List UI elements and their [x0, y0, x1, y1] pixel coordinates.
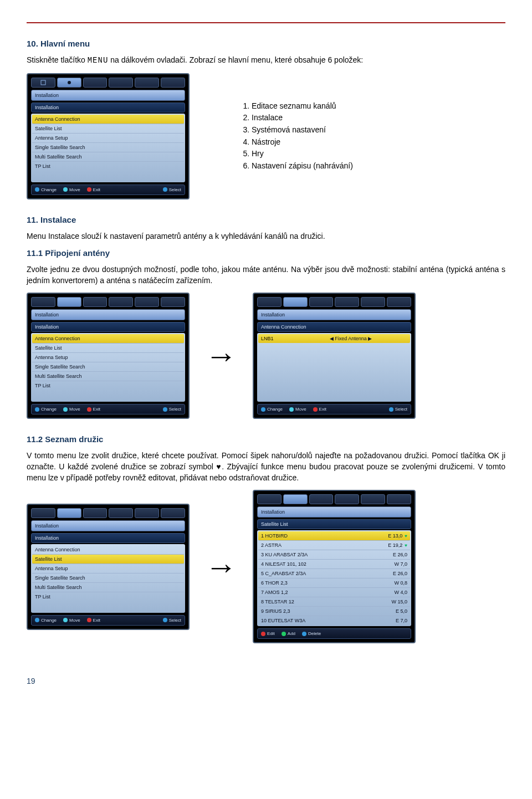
- list-item: Nastavení zápisu (nahrávání): [252, 160, 353, 172]
- tab-icon: [335, 494, 359, 504]
- top-rule: [27, 22, 505, 23]
- screenshot-antenna-connection: Installation Antenna Connection LNB1 ◀ F…: [253, 293, 416, 419]
- tab-icon: [57, 78, 81, 88]
- tv-section-label: Satellite List: [257, 519, 411, 529]
- tab-icon: [283, 297, 308, 307]
- heading-11: 11. Instalace: [27, 215, 505, 224]
- tv-item: Multi Satellite Search: [32, 152, 184, 162]
- list-item: Hry: [252, 148, 353, 160]
- tv-item: TP List: [32, 162, 184, 171]
- sat-row: 9 SIRIUS 2,3E 5,0: [258, 607, 410, 616]
- heading-11-1: 11.1 Připojení antény: [27, 248, 505, 258]
- sat-row: 10 EUTELSAT W3AE 7,0: [258, 616, 410, 625]
- tab-icon: [387, 494, 411, 504]
- tab-icon: [83, 508, 108, 518]
- sat-row: 3 KU ARABSAT 2/3AE 26,0: [258, 550, 410, 560]
- tv-item: Antenna Connection: [32, 545, 184, 555]
- tv-footer: Change Move Exit Select: [31, 185, 185, 195]
- list-item: Nástroje: [252, 136, 353, 148]
- tab-icon: [83, 297, 108, 307]
- screenshot-installation-menu: Installation Installation Antenna Connec…: [27, 73, 190, 199]
- sat-row: 2 ASTRAE 19,2♥: [258, 541, 410, 550]
- lnb-row: LNB1 ◀ Fixed Antenna ▶: [258, 334, 410, 343]
- sat-row: 1 HOTBIRDE 13,0♥: [258, 531, 410, 541]
- screenshot-satellite-list: Installation Satellite List 1 HOTBIRDE 1…: [253, 490, 416, 643]
- tv-item: Single Satellite Search: [32, 573, 184, 583]
- row-screenshot1-list: Installation Installation Antenna Connec…: [27, 73, 505, 199]
- tv-breadcrumb: Installation: [31, 90, 185, 101]
- sat-row: 8 TELSTAR 12W 15,0: [258, 597, 410, 607]
- tab-icon: [109, 297, 133, 307]
- lnb-label: LNB1: [261, 336, 294, 341]
- tab-icon: [283, 494, 308, 504]
- tab-icon: [109, 78, 133, 88]
- tv-item: TP List: [32, 592, 184, 601]
- main-menu-list: Editace seznamu kanálů Instalace Systémo…: [236, 100, 353, 172]
- tab-icon: [31, 78, 55, 88]
- heading-11-2: 11.2 Seznam družic: [27, 434, 505, 444]
- tv-item: Antenna Setup: [32, 564, 184, 573]
- tv-item: Multi Satellite Search: [32, 583, 184, 592]
- tab-icon: [361, 494, 385, 504]
- lnb-value: ◀ Fixed Antenna ▶: [294, 336, 407, 341]
- tab-icon: [161, 297, 185, 307]
- tv-item: Antenna Connection: [32, 115, 184, 124]
- tv-section-label: Antenna Connection: [257, 322, 411, 332]
- screenshot-installation-menu-2: Installation Installation Antenna Connec…: [27, 293, 190, 419]
- screenshot-installation-menu-3: Installation Installation Antenna Connec…: [27, 504, 190, 630]
- tv-footer: Change Move Exit Select: [257, 404, 411, 414]
- tv-item: Single Satellite Search: [32, 362, 184, 372]
- tv-breadcrumb: Installation: [257, 309, 411, 320]
- tab-icon: [161, 78, 185, 88]
- tv-item: Multi Satellite Search: [32, 372, 184, 381]
- tab-icon: [309, 297, 334, 307]
- tv-footer: Change Move Exit Select: [31, 404, 185, 414]
- section11-text: Menu Instalace slouží k nastavení parame…: [27, 231, 505, 242]
- tv-breadcrumb: Installation: [31, 520, 185, 531]
- tv-item: Antenna Setup: [32, 353, 184, 362]
- tv-footer: Edit Add Delete: [257, 628, 411, 639]
- intro-b: na dálkovém ovladači. Zobrazí se hlavní …: [108, 55, 363, 64]
- svg-rect-0: [41, 80, 45, 85]
- tv-breadcrumb: Installation: [257, 506, 411, 518]
- tab-icon: [335, 297, 359, 307]
- row-11-2: Installation Installation Antenna Connec…: [27, 490, 505, 643]
- intro-a: Stiskněte tlačítko: [27, 55, 88, 64]
- menu-key: MENU: [88, 56, 109, 65]
- tv-item: Satellite List: [32, 344, 184, 353]
- tab-icon: [135, 297, 159, 307]
- svg-point-1: [68, 81, 71, 84]
- list-item: Instalace: [252, 112, 353, 124]
- tv-item: Single Satellite Search: [32, 143, 184, 152]
- tab-icon: [257, 297, 282, 307]
- row-11-1: Installation Installation Antenna Connec…: [27, 293, 505, 419]
- sat-row: 5 C_ARABSAT 2/3AE 26,0: [258, 569, 410, 578]
- page-number: 19: [27, 677, 505, 685]
- arrow-icon: →: [205, 340, 237, 372]
- tv-item: Satellite List: [32, 555, 184, 564]
- list-item: Editace seznamu kanálů: [252, 100, 353, 112]
- tab-icon: [57, 297, 81, 307]
- tab-icon: [31, 508, 55, 518]
- tab-icon: [109, 508, 133, 518]
- sat-row: 6 THOR 2,3W 0,8: [258, 578, 410, 588]
- tv-item: Antenna Setup: [32, 134, 184, 143]
- tv-section-label: Installation: [31, 322, 185, 332]
- tv-breadcrumb: Installation: [31, 309, 185, 320]
- sat-row: 4 NILESAT 101, 102W 7,0: [258, 560, 410, 569]
- list-item: Systémová nastavení: [252, 124, 353, 136]
- tv-item: TP List: [32, 381, 184, 390]
- tab-icon: [161, 508, 185, 518]
- tab-icon: [387, 297, 411, 307]
- tab-icon: [361, 297, 385, 307]
- sat-row: 7 AMOS 1,2W 4,0: [258, 588, 410, 597]
- tab-icon: [135, 508, 159, 518]
- tab-icon: [135, 78, 159, 88]
- tab-icon: [57, 508, 81, 518]
- tv-footer: Change Move Exit Select: [31, 615, 185, 626]
- section11-1-text: Zvolte jednu ze dvou dostupných možností…: [27, 264, 505, 286]
- tab-icon: [31, 297, 55, 307]
- section10-intro: Stiskněte tlačítko MENU na dálkovém ovla…: [27, 55, 505, 66]
- tab-icon: [83, 78, 108, 88]
- heading-10: 10. Hlavní menu: [27, 39, 505, 48]
